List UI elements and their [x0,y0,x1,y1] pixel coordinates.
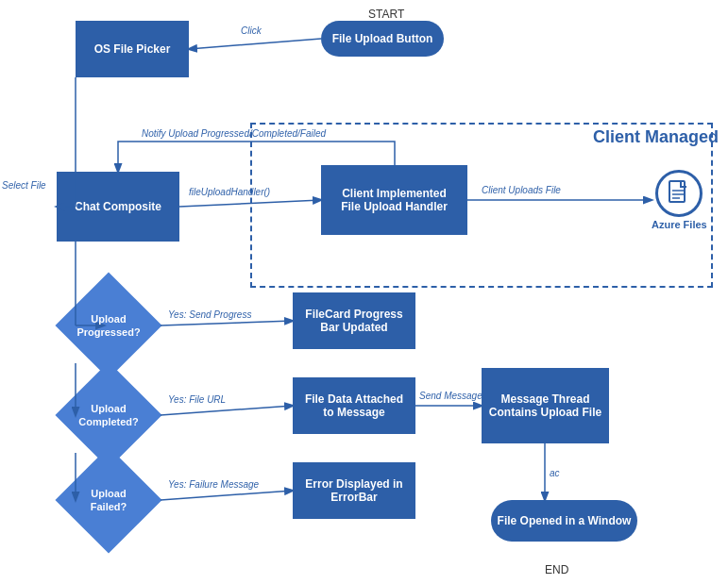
azure-files-label: Azure Files [652,219,707,230]
error-bar: Error Displayed in ErrorBar [293,462,415,519]
svg-line-22 [161,406,293,415]
filecard-progress: FileCard Progress Bar Updated [293,292,415,349]
client-managed-label: Client Managed [593,127,719,147]
svg-line-6 [189,39,321,49]
svg-line-20 [161,321,293,325]
diagram: Client Managed START File Upload Button … [0,0,728,584]
client-handler: Client Implemented File Upload Handler [321,165,467,235]
svg-text:Yes: Failure Message: Yes: Failure Message [168,479,260,490]
file-upload-button: File Upload Button [321,21,444,57]
azure-icon-circle [655,170,703,217]
chat-composite: Chat Composite [57,172,179,242]
svg-text:Yes: File URL: Yes: File URL [168,394,226,405]
svg-text:ac: ac [550,468,560,478]
message-thread: Message Thread Contains Upload File [482,368,609,443]
svg-line-24 [161,491,293,500]
svg-text:Send Message: Send Message [419,391,483,401]
file-opened: File Opened in a Window [491,500,637,542]
file-data-attached: File Data Attached to Message [293,377,415,434]
svg-text:Click: Click [241,25,262,36]
end-label: END [545,563,568,576]
azure-files-icon: Azure Files [652,170,707,230]
client-managed-region [250,123,713,288]
diamond-upload-progressed: Upload Progressed? [57,288,161,363]
svg-text:Yes: Send Progress: Yes: Send Progress [168,309,251,320]
os-file-picker: OS File Picker [76,21,189,77]
start-label: START [368,8,404,21]
diamond-upload-completed: Upload Completed? [57,377,161,453]
svg-text:Select File: Select File [2,180,46,191]
diamond-upload-failed: Upload Failed? [57,462,161,538]
